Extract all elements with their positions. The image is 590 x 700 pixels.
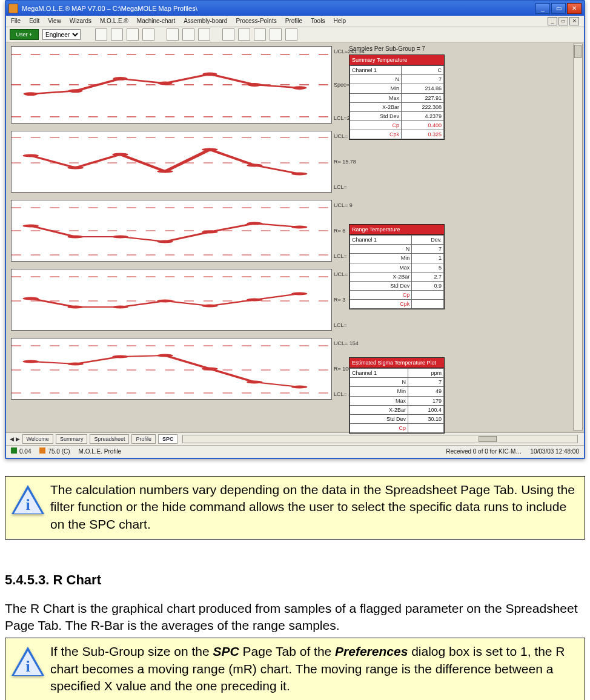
status-dot-green-icon <box>11 447 17 454</box>
summary-table-2: Range Temperature Channel 1Dev. N7 Min1 … <box>349 224 445 309</box>
status-bar: 0.04 75.0 (C) M.O.L.E. Profile Received … <box>6 445 584 458</box>
toolbar-btn-9[interactable] <box>238 28 250 41</box>
toolbar-btn-2[interactable] <box>111 28 123 41</box>
svg-point-32 <box>67 306 83 309</box>
chart4-lcl-label: LCL= <box>334 322 373 329</box>
chart2-lcl-label: LCL= <box>334 183 373 191</box>
svg-point-17 <box>247 164 262 167</box>
app-icon <box>8 4 18 13</box>
toolbar-btn-5[interactable] <box>167 28 179 41</box>
chart2-center-label: R= 15.78 <box>334 158 373 165</box>
child-close-icon[interactable]: ✕ <box>569 17 579 25</box>
info-box-2-text: If the Sub-Group size on the SPC Page Ta… <box>50 643 578 695</box>
status-dot-orange-icon <box>39 447 45 454</box>
svg-point-7 <box>202 72 217 76</box>
chart-5: UCL= 154 R= 100 LCL= 47 <box>11 338 332 400</box>
svg-point-4 <box>68 89 82 93</box>
toolbar-btn-7[interactable] <box>198 28 210 41</box>
window-buttons: _ ▭ ✕ <box>535 3 582 14</box>
summary-table-3: Estimated Sigma Temperature Plot Channel… <box>349 357 445 434</box>
info-box-2: i If the Sub-Group size on the SPC Page … <box>5 638 585 700</box>
toolbar-btn-6[interactable] <box>182 28 194 41</box>
toolbar-btn-1[interactable] <box>95 28 107 41</box>
chart-2: UCL= 30.24 R= 15.78 LCL= <box>11 131 332 193</box>
svg-point-47 <box>291 386 307 389</box>
chart5-ucl-label: UCL= 154 <box>334 340 373 347</box>
toolbar-btn-12[interactable] <box>285 28 297 41</box>
menu-file[interactable]: File <box>11 17 21 25</box>
tab-profile[interactable]: Profile <box>131 434 156 444</box>
toolbar-btn-3[interactable] <box>127 28 139 41</box>
toolbar-btn-10[interactable] <box>254 28 266 41</box>
summary-table-1-header: Summary Temperature <box>350 55 444 65</box>
tab-summary[interactable]: Summary <box>56 434 88 444</box>
user-add-button[interactable]: User + <box>10 29 39 40</box>
tab-welcome[interactable]: Welcome <box>22 434 53 444</box>
svg-point-36 <box>247 299 262 302</box>
toolbar-btn-11[interactable] <box>270 28 282 41</box>
menu-wizards[interactable]: Wizards <box>70 17 91 25</box>
svg-point-14 <box>112 153 128 156</box>
menu-machine-chart[interactable]: Machine-chart <box>137 17 175 25</box>
svg-point-12 <box>22 154 38 157</box>
svg-point-34 <box>157 300 173 303</box>
maximize-button[interactable]: ▭ <box>551 3 566 14</box>
toolbar: User + Engineer <box>6 27 584 42</box>
menu-bar: File Edit View Wizards M.O.L.E.® Machine… <box>6 16 584 27</box>
status-center: M.O.L.E. Profile <box>79 447 122 456</box>
svg-point-16 <box>202 148 217 151</box>
svg-point-5 <box>113 77 127 81</box>
toolbar-btn-8[interactable] <box>222 28 234 41</box>
minimize-button[interactable]: _ <box>535 3 550 14</box>
menu-help[interactable]: Help <box>333 17 346 25</box>
svg-point-24 <box>112 236 128 239</box>
summary-table-2-header: Range Temperature <box>350 225 444 235</box>
app-screenshot: MegaM.O.L.E.® MAP V7.00 – C:\MegaMOLE Ma… <box>5 0 585 459</box>
svg-point-33 <box>112 306 128 309</box>
svg-point-18 <box>291 173 307 176</box>
svg-point-43 <box>112 355 128 358</box>
chart-3: UCL= 9 R= 6 LCL= 1 <box>11 200 332 262</box>
child-minimize-icon[interactable]: _ <box>548 17 557 25</box>
svg-point-22 <box>22 225 38 228</box>
menu-assembly-board[interactable]: Assembly-board <box>184 17 227 25</box>
horizontal-scrollbar[interactable] <box>182 435 578 443</box>
svg-point-46 <box>247 381 262 384</box>
svg-point-28 <box>291 226 307 229</box>
chart-1: UCL=241.54 Spec=233 LCL=203.07 <box>11 46 332 124</box>
summary-table-3-header: Estimated Sigma Temperature Plot <box>350 358 444 368</box>
svg-point-41 <box>22 360 38 363</box>
svg-point-6 <box>157 82 172 85</box>
svg-point-37 <box>291 292 307 296</box>
menu-process-points[interactable]: Process-Points <box>236 17 276 25</box>
window-title: MegaM.O.L.E.® MAP V7.00 – C:\MegaMOLE Ma… <box>22 4 197 13</box>
close-button[interactable]: ✕ <box>567 3 582 14</box>
tab-spreadsheet[interactable]: Spreadsheet <box>90 434 129 444</box>
chart-panel: Samples Per Sub-Group = 7 UCL=241. <box>6 42 584 432</box>
menu-mole[interactable]: M.O.L.E.® <box>100 17 128 25</box>
vertical-scrollbar[interactable] <box>573 44 583 431</box>
status-right2: 10/03/03 12:48:00 <box>530 447 579 456</box>
summary-table-1: Summary Temperature Channel 1C N7 Min214… <box>349 54 445 140</box>
svg-point-23 <box>67 236 83 239</box>
svg-point-8 <box>247 83 262 87</box>
svg-point-3 <box>24 92 38 96</box>
menu-edit[interactable]: Edit <box>29 17 39 25</box>
info-box-1-text: The calculation numbers vary depending o… <box>50 481 578 533</box>
svg-point-15 <box>157 170 173 173</box>
info-icon: i <box>12 647 44 679</box>
status-right1: Received 0 of 0 for KIC-M… <box>446 447 522 456</box>
tab-spc[interactable]: SPC <box>158 434 178 444</box>
chart-4: UCL= 6 R= 3 LCL= <box>11 269 332 331</box>
svg-point-44 <box>157 354 173 357</box>
svg-point-42 <box>67 363 83 366</box>
svg-point-35 <box>202 305 217 308</box>
role-dropdown[interactable]: Engineer <box>42 29 81 40</box>
svg-point-45 <box>202 368 217 371</box>
toolbar-btn-4[interactable] <box>142 28 154 41</box>
child-restore-icon[interactable]: ▭ <box>559 17 568 25</box>
menu-view[interactable]: View <box>48 17 61 25</box>
menu-tools[interactable]: Tools <box>311 17 325 25</box>
chart3-ucl-label: UCL= 9 <box>334 202 373 209</box>
menu-profile[interactable]: Profile <box>285 17 302 25</box>
